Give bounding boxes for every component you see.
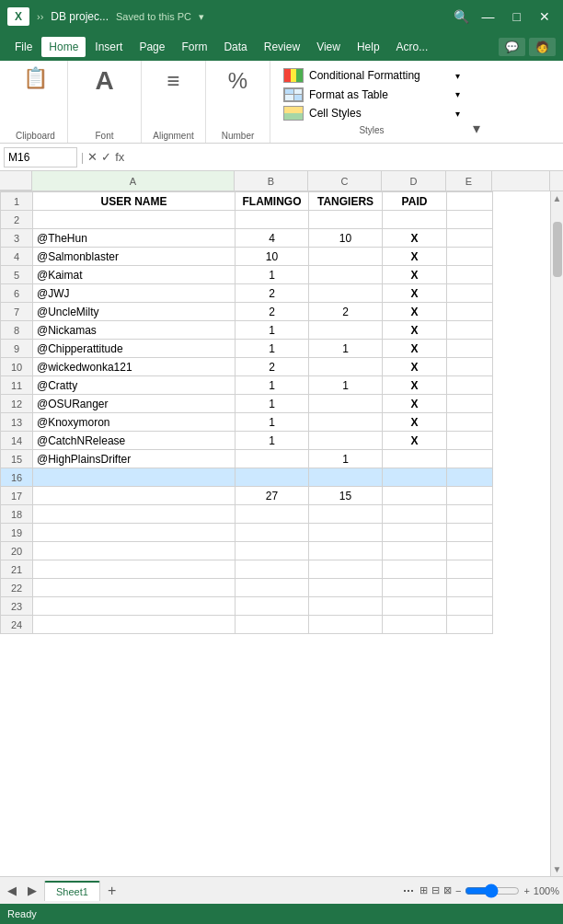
spreadsheet-cell[interactable]: PAID xyxy=(383,192,447,211)
spreadsheet-cell[interactable] xyxy=(447,340,493,358)
menu-view[interactable]: View xyxy=(309,37,348,57)
view-page-icon[interactable]: ⊟ xyxy=(431,884,440,896)
zoom-minus[interactable]: − xyxy=(455,885,461,896)
spreadsheet-cell[interactable] xyxy=(236,616,309,634)
ribbon-expand-btn[interactable]: ▾ xyxy=(473,61,480,143)
title-search[interactable]: 🔍 xyxy=(454,9,469,24)
spreadsheet-cell[interactable] xyxy=(447,321,493,340)
spreadsheet-cell[interactable]: 2 xyxy=(236,303,309,321)
spreadsheet-cell[interactable] xyxy=(383,468,447,487)
menu-page[interactable]: Page xyxy=(132,37,172,57)
alignment-btn[interactable]: ≡ xyxy=(155,66,192,96)
spreadsheet-cell[interactable]: X xyxy=(383,229,447,248)
spreadsheet-cell[interactable] xyxy=(309,284,383,303)
spreadsheet-cell[interactable]: 1 xyxy=(236,413,309,432)
spreadsheet-cell[interactable] xyxy=(309,597,383,616)
spreadsheet-cell[interactable] xyxy=(447,450,493,468)
spreadsheet-cell[interactable]: 2 xyxy=(309,303,383,321)
spreadsheet-cell[interactable]: TANGIERS xyxy=(309,192,383,211)
spreadsheet-cell[interactable]: @Cratty xyxy=(33,376,236,395)
spreadsheet-cell[interactable] xyxy=(309,321,383,340)
spreadsheet-cell[interactable]: 27 xyxy=(236,487,309,505)
grid-scroll-area[interactable]: 1USER NAMEFLAMINGOTANGIERSPAID23@TheHun4… xyxy=(0,191,550,876)
menu-review[interactable]: Review xyxy=(257,37,307,57)
spreadsheet-cell[interactable] xyxy=(33,542,236,560)
spreadsheet-cell[interactable]: X xyxy=(383,266,447,284)
scroll-down-arrow[interactable]: ▼ xyxy=(553,864,562,874)
spreadsheet-cell[interactable]: @Kaimat xyxy=(33,266,236,284)
spreadsheet-cell[interactable] xyxy=(236,524,309,542)
spreadsheet-cell[interactable]: X xyxy=(383,321,447,340)
spreadsheet-cell[interactable] xyxy=(309,211,383,229)
spreadsheet-cell[interactable] xyxy=(447,413,493,432)
user-icon[interactable]: 🧑 xyxy=(529,38,556,56)
format-as-table-btn[interactable]: Format as Table ▾ xyxy=(278,86,465,104)
spreadsheet-cell[interactable] xyxy=(309,358,383,376)
spreadsheet-cell[interactable] xyxy=(447,432,493,450)
spreadsheet-cell[interactable]: 1 xyxy=(236,432,309,450)
spreadsheet-cell[interactable] xyxy=(236,579,309,597)
spreadsheet-cell[interactable] xyxy=(309,432,383,450)
spreadsheet-cell[interactable]: @Chipperattitude xyxy=(33,340,236,358)
spreadsheet-cell[interactable] xyxy=(383,560,447,579)
spreadsheet-cell[interactable] xyxy=(236,542,309,560)
spreadsheet-cell[interactable]: @Knoxymoron xyxy=(33,413,236,432)
spreadsheet-cell[interactable] xyxy=(447,211,493,229)
spreadsheet-cell[interactable] xyxy=(236,211,309,229)
vertical-scrollbar[interactable]: ▲ ▼ xyxy=(550,191,563,876)
spreadsheet-cell[interactable] xyxy=(33,468,236,487)
spreadsheet-cell[interactable]: 2 xyxy=(236,284,309,303)
scrollbar-thumb[interactable] xyxy=(553,222,562,277)
confirm-icon[interactable]: ✓ xyxy=(101,150,111,164)
menu-file[interactable]: File xyxy=(7,37,40,57)
spreadsheet-cell[interactable]: 1 xyxy=(309,376,383,395)
title-save-dropdown[interactable]: ▾ xyxy=(199,11,204,23)
spreadsheet-cell[interactable] xyxy=(447,284,493,303)
spreadsheet-cell[interactable]: @CatchNRelease xyxy=(33,432,236,450)
spreadsheet-cell[interactable]: 1 xyxy=(309,340,383,358)
spreadsheet-cell[interactable] xyxy=(309,505,383,524)
spreadsheet-cell[interactable] xyxy=(309,468,383,487)
spreadsheet-cell[interactable] xyxy=(447,192,493,211)
spreadsheet-cell[interactable] xyxy=(447,248,493,266)
spreadsheet-cell[interactable]: 1 xyxy=(236,321,309,340)
spreadsheet-cell[interactable] xyxy=(383,524,447,542)
view-pagebreak-icon[interactable]: ⊠ xyxy=(443,884,452,896)
spreadsheet-cell[interactable] xyxy=(383,487,447,505)
spreadsheet-cell[interactable]: 1 xyxy=(236,340,309,358)
sheet-nav-right[interactable]: ▶ xyxy=(24,884,40,897)
comment-icon[interactable]: 💬 xyxy=(499,38,525,56)
spreadsheet-cell[interactable]: X xyxy=(383,358,447,376)
zoom-slider[interactable] xyxy=(465,884,520,898)
spreadsheet-cell[interactable]: 15 xyxy=(309,487,383,505)
spreadsheet-cell[interactable]: 1 xyxy=(236,395,309,413)
spreadsheet-cell[interactable]: X xyxy=(383,413,447,432)
col-header-a[interactable]: A xyxy=(32,171,235,191)
spreadsheet-cell[interactable] xyxy=(309,248,383,266)
formula-input[interactable] xyxy=(128,151,559,164)
spreadsheet-cell[interactable]: 10 xyxy=(309,229,383,248)
spreadsheet-cell[interactable] xyxy=(383,616,447,634)
spreadsheet-cell[interactable] xyxy=(309,266,383,284)
spreadsheet-cell[interactable]: USER NAME xyxy=(33,192,236,211)
spreadsheet-cell[interactable] xyxy=(383,579,447,597)
spreadsheet-cell[interactable] xyxy=(447,395,493,413)
spreadsheet-cell[interactable] xyxy=(33,560,236,579)
spreadsheet-cell[interactable]: X xyxy=(383,284,447,303)
spreadsheet-cell[interactable]: @UncleMilty xyxy=(33,303,236,321)
col-header-b[interactable]: B xyxy=(235,171,308,191)
spreadsheet-cell[interactable] xyxy=(383,505,447,524)
spreadsheet-cell[interactable] xyxy=(447,266,493,284)
spreadsheet-cell[interactable]: X xyxy=(383,432,447,450)
spreadsheet-cell[interactable] xyxy=(309,395,383,413)
spreadsheet-cell[interactable] xyxy=(33,505,236,524)
spreadsheet-cell[interactable] xyxy=(447,358,493,376)
col-header-e[interactable]: E xyxy=(446,171,492,191)
sheet-more-icon[interactable]: ⋯ xyxy=(403,884,414,897)
spreadsheet-cell[interactable] xyxy=(447,616,493,634)
spreadsheet-cell[interactable] xyxy=(236,597,309,616)
spreadsheet-cell[interactable] xyxy=(33,616,236,634)
spreadsheet-cell[interactable]: @Nickamas xyxy=(33,321,236,340)
clipboard-btn[interactable]: 📋 xyxy=(17,66,54,90)
spreadsheet-cell[interactable] xyxy=(447,376,493,395)
